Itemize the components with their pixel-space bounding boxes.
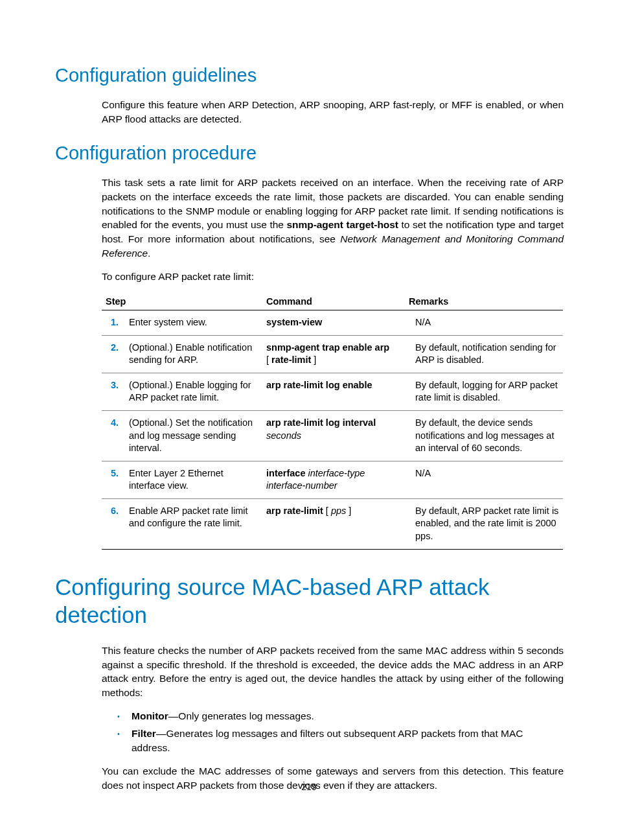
page-number: 219	[0, 782, 618, 792]
cmd-bold: arp rate-limit	[266, 506, 323, 516]
paragraph: This task sets a rate limit for ARP pack…	[102, 176, 564, 260]
step-number: 1.	[102, 310, 125, 336]
table-row: 6. Enable ARP packet rate limit and conf…	[102, 498, 563, 549]
step-remarks: By default, logging for ARP packet rate …	[405, 373, 563, 410]
table-row: 5. Enter Layer 2 Ethernet interface view…	[102, 461, 563, 498]
paragraph: This feature checks the number of ARP pa…	[102, 644, 564, 700]
cmd-italic: pps	[331, 506, 346, 516]
heading-configuration-guidelines: Configuration guidelines	[55, 65, 564, 86]
step-command: snmp-agent trap enable arp [ rate-limit …	[262, 335, 405, 373]
table-row: 1. Enter system view. system-view N/A	[102, 310, 563, 336]
text-bold: Filter	[132, 728, 156, 739]
text-bold: snmp-agent target-host	[287, 219, 398, 230]
cmd-bold: arp rate-limit log interval	[266, 417, 376, 428]
cmd-text: ]	[311, 355, 316, 365]
cmd-bold: rate-limit	[271, 355, 311, 365]
step-number: 6.	[102, 498, 125, 549]
step-number: 5.	[102, 461, 125, 498]
step-number: 3.	[102, 373, 125, 410]
step-command: arp rate-limit log enable	[262, 373, 405, 410]
text: .	[148, 248, 150, 259]
step-desc: Enter Layer 2 Ethernet interface view.	[125, 461, 262, 498]
step-remarks: By default, the device sends notificatio…	[405, 411, 563, 461]
table-row: 3. (Optional.) Enable logging for ARP pa…	[102, 373, 563, 410]
text: —Generates log messages and filters out …	[132, 728, 523, 753]
step-desc: (Optional.) Set the notification and log…	[125, 411, 262, 461]
step-remarks: By default, notification sending for ARP…	[405, 335, 563, 373]
step-remarks: N/A	[405, 461, 563, 498]
text-bold: Monitor	[132, 710, 168, 721]
step-number: 2.	[102, 335, 125, 373]
cmd-italic: seconds	[266, 430, 301, 441]
step-command: system-view	[262, 310, 405, 336]
config-table: Step Command Remarks 1. Enter system vie…	[102, 292, 563, 549]
bullet-list: Monitor—Only generates log messages. Fil…	[55, 709, 564, 755]
step-desc: (Optional.) Enable logging for ARP packe…	[125, 373, 262, 410]
cmd-text: [	[266, 355, 271, 365]
step-desc: (Optional.) Enable notification sending …	[125, 335, 262, 373]
step-desc: Enter system view.	[125, 310, 262, 336]
step-desc: Enable ARP packet rate limit and configu…	[125, 498, 262, 549]
step-command: interface interface-type interface-numbe…	[262, 461, 405, 498]
text: —Only generates log messages.	[168, 710, 314, 721]
step-remarks: By default, ARP packet rate limit is ena…	[405, 498, 563, 549]
cmd-bold: system-view	[266, 317, 322, 327]
cmd-bold: arp rate-limit log enable	[266, 380, 372, 390]
table-row: 4. (Optional.) Set the notification and …	[102, 411, 563, 461]
list-item: Monitor—Only generates log messages.	[117, 709, 564, 723]
cmd-bold: interface	[266, 468, 305, 478]
col-header-command: Command	[262, 292, 405, 310]
cmd-text: ]	[346, 506, 351, 516]
paragraph: To configure ARP packet rate limit:	[102, 270, 564, 284]
heading-configuration-procedure: Configuration procedure	[55, 143, 564, 164]
step-command: arp rate-limit [ pps ]	[262, 498, 405, 549]
col-header-step: Step	[102, 292, 262, 310]
table-header-row: Step Command Remarks	[102, 292, 563, 310]
paragraph: Configure this feature when ARP Detectio…	[102, 98, 564, 126]
step-number: 4.	[102, 411, 125, 461]
heading-source-mac-arp: Configuring source MAC-based ARP attack …	[55, 573, 564, 630]
table-row: 2. (Optional.) Enable notification sendi…	[102, 335, 563, 373]
cmd-bold: snmp-agent trap enable arp	[266, 342, 389, 353]
page-content: Configuration guidelines Configure this …	[55, 65, 564, 801]
list-item: Filter—Generates log messages and filter…	[117, 727, 564, 754]
step-command: arp rate-limit log interval seconds	[262, 411, 405, 461]
col-header-remarks: Remarks	[405, 292, 563, 310]
cmd-text: [	[323, 506, 331, 516]
step-remarks: N/A	[405, 310, 563, 336]
